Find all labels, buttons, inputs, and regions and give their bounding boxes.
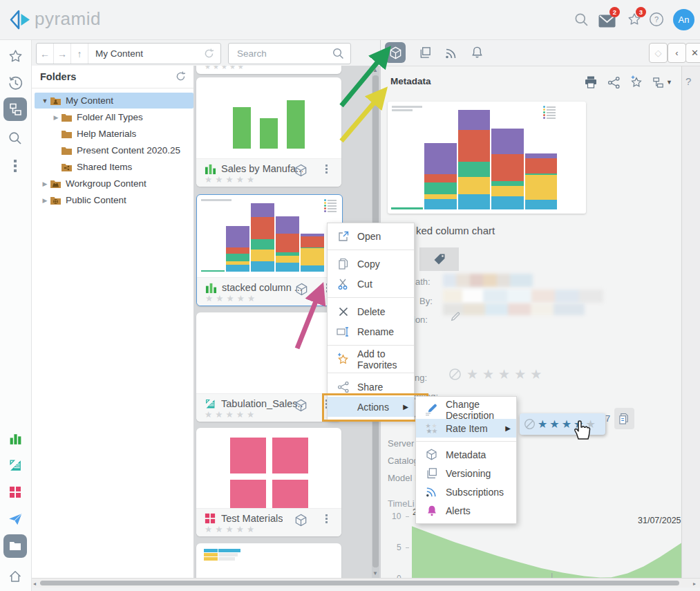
sidebar-item-shared-items[interactable]: Shared Items	[35, 159, 214, 175]
metadata-cube-icon[interactable]	[294, 513, 308, 530]
tile-more-icon[interactable]	[325, 514, 328, 523]
sidebar-item-workgroup-content[interactable]: ▶ Workgroup Content	[35, 176, 193, 191]
scrollbar-thumb[interactable]	[40, 581, 679, 585]
tab-subscriptions-icon[interactable]	[444, 46, 458, 63]
share-panel-icon[interactable]	[607, 76, 621, 92]
tile-more-icon[interactable]	[325, 165, 328, 173]
home-icon[interactable]	[3, 565, 27, 588]
lineage-icon[interactable]	[652, 76, 665, 92]
publish-icon[interactable]	[3, 507, 27, 531]
rail-search-icon[interactable]	[3, 126, 27, 150]
tile-rating-stars[interactable]: ★★★★★	[205, 293, 258, 303]
close-panel-icon[interactable]: ✕	[685, 43, 700, 63]
copy-item-id-button[interactable]	[614, 408, 634, 429]
my-rating-stars[interactable]: ★★★★★	[466, 366, 546, 382]
tabulate-icon[interactable]	[3, 453, 27, 477]
searchbox-magnifier-icon[interactable]	[332, 47, 345, 63]
partial-tile-bottom[interactable]	[196, 543, 341, 578]
tab-metadata-cube-icon[interactable]	[385, 42, 406, 63]
tile-rating-stars[interactable]: ★★★★★	[205, 524, 257, 534]
content-folder-icon[interactable]	[3, 534, 27, 558]
history-icon[interactable]	[3, 71, 27, 95]
content-tile-test-materials[interactable]: Test Materials ★★★★★	[196, 428, 341, 536]
metadata-cube-icon[interactable]	[294, 282, 309, 299]
menu-item-open[interactable]: Open	[328, 226, 414, 246]
submenu-item-rate-item[interactable]: ★★★★ Rate Item ▶	[416, 419, 516, 438]
collapse-icon[interactable]: ▼	[40, 97, 50, 104]
favorite-add-icon[interactable]	[630, 75, 643, 92]
discover-icon[interactable]	[3, 426, 27, 450]
content-tile-sales-by-manufacturer[interactable]: Sales by Manufa... ★★★★★	[196, 77, 341, 187]
user-avatar[interactable]: An	[673, 9, 694, 30]
field-my-rating-label: ng:	[415, 373, 427, 383]
search-input[interactable]	[236, 44, 328, 63]
help-icon[interactable]: ?	[649, 12, 664, 30]
metadata-cube-icon[interactable]	[294, 163, 308, 180]
sidebar-item-public-content[interactable]: ▶ Public Content	[35, 192, 193, 208]
folder-icon	[61, 129, 73, 139]
search-icon[interactable]	[574, 12, 589, 30]
breadcrumb[interactable]: My Content	[95, 48, 143, 59]
submenu-item-change-description[interactable]: Change Description	[416, 400, 516, 419]
submenu-item-versioning[interactable]: Versioning	[416, 464, 516, 482]
sidebar-item-my-content[interactable]: ▼ My Content	[35, 93, 193, 109]
expand-icon[interactable]: ▶	[40, 180, 50, 187]
refresh-breadcrumb-icon[interactable]	[203, 48, 215, 62]
submenu-item-alerts[interactable]: Alerts	[416, 501, 516, 520]
redacted-path-value	[443, 274, 533, 287]
chevron-down-icon[interactable]: ▼	[666, 79, 672, 86]
panel-help-icon[interactable]: ?	[685, 75, 691, 87]
tile-rating-stars[interactable]: ★★★★★	[205, 409, 257, 420]
tile-rating-stars[interactable]: ★★★★★	[205, 174, 257, 185]
panel-gutter	[681, 66, 700, 578]
sidebar-item-help-materials[interactable]: Help Materials	[35, 126, 214, 142]
no-rating-icon[interactable]	[448, 368, 462, 384]
tags-button[interactable]	[419, 247, 459, 271]
more-options-icon[interactable]	[3, 154, 27, 178]
dock-icon[interactable]: ◇	[649, 43, 668, 63]
folder-share-icon	[61, 162, 73, 172]
collapse-panel-icon[interactable]: ‹	[668, 43, 686, 63]
metadata-cube-icon[interactable]	[294, 398, 308, 415]
submenu-item-metadata[interactable]: Metadata	[416, 445, 516, 464]
scroll-up-icon[interactable]: ▲	[372, 67, 378, 73]
expand-icon[interactable]: ▶	[40, 197, 50, 204]
tab-versioning-icon[interactable]	[419, 46, 432, 62]
print-icon[interactable]	[584, 75, 598, 92]
edit-description-icon[interactable]	[450, 311, 461, 325]
scroll-down-icon[interactable]: ▼	[372, 570, 378, 576]
forward-button[interactable]: →	[54, 44, 71, 64]
tab-alerts-icon[interactable]	[471, 46, 484, 62]
scroll-right-icon[interactable]: ▸	[693, 581, 696, 587]
menu-item-add-to-favorites[interactable]: Add to Favorites	[328, 349, 414, 369]
content-tile-stacked-column[interactable]: stacked column ... ★★★★★	[196, 194, 343, 306]
scroll-left-icon[interactable]: ◂	[33, 581, 36, 587]
pyramid-logo-icon	[9, 9, 32, 33]
menu-item-delete[interactable]: Delete	[328, 301, 414, 321]
illustrate-icon[interactable]	[3, 480, 27, 504]
svg-text:?: ?	[654, 15, 659, 24]
field-path-label: ath:	[415, 276, 431, 287]
metadata-panel-toolbar: ◇ ‹ ✕	[380, 39, 700, 66]
sidebar-item-present-content[interactable]: Present Content 2020.25	[35, 142, 214, 158]
expand-icon[interactable]: ▶	[51, 114, 61, 121]
favorites-rail-icon[interactable]	[3, 45, 27, 68]
folder-globe-icon	[50, 196, 62, 205]
content-tree-icon[interactable]	[3, 97, 27, 121]
tag-icon	[433, 252, 446, 266]
menu-item-cut[interactable]: Cut	[328, 274, 414, 294]
up-button[interactable]: ↑	[71, 44, 88, 64]
content-tile-tabulation-sales[interactable]: Tabulation_Sales... ★★★★★	[196, 312, 341, 422]
sidebar-item-folder-all-types[interactable]: ▶ Folder All Types	[35, 109, 205, 125]
messages-badge: 2	[609, 7, 620, 17]
delete-icon	[337, 305, 350, 318]
submenu-item-subscriptions[interactable]: Subscriptions	[416, 482, 516, 501]
horizontal-scrollbar[interactable]: ◂ ▸	[31, 578, 700, 588]
refresh-folders-icon[interactable]	[175, 71, 187, 85]
partial-tile-top[interactable]: ★★★★★	[196, 64, 341, 74]
menu-item-copy[interactable]: Copy	[328, 254, 414, 274]
no-rating-icon[interactable]	[524, 418, 536, 430]
menu-item-rename[interactable]: Rename	[328, 321, 414, 341]
back-button[interactable]: ←	[37, 44, 54, 64]
popup-rating-stars[interactable]: ★★★★★	[536, 418, 596, 431]
